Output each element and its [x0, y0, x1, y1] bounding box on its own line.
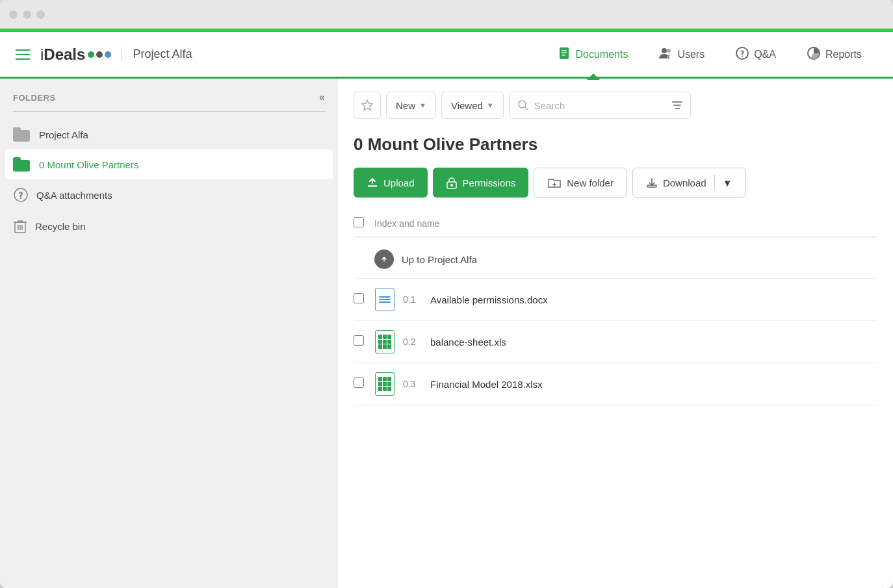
file-1-icon: [374, 330, 395, 353]
file-1-checkbox[interactable]: [354, 335, 364, 346]
file-2-icon: [374, 372, 395, 396]
up-to-label: Up to Project Alfa: [402, 254, 477, 265]
header-index-name: Index and name: [374, 218, 439, 229]
file-0-checkbox[interactable]: [354, 293, 364, 303]
sidebar-header: FOLDERS «: [0, 92, 338, 111]
folders-label: FOLDERS: [13, 93, 56, 103]
svg-point-10: [20, 198, 21, 199]
reports-icon: [807, 47, 820, 62]
svg-line-16: [525, 107, 528, 110]
download-icon: [646, 177, 658, 188]
recycle-bin-icon: [13, 218, 27, 234]
nav-item-reports[interactable]: Reports: [792, 31, 877, 78]
file-row-2[interactable]: 0.3 Financial Model 2018.xlsx: [354, 363, 877, 405]
file-2-checkbox[interactable]: [354, 377, 364, 388]
star-icon: [361, 99, 374, 112]
up-to-row[interactable]: Up to Project Alfa: [354, 240, 877, 279]
sidebar-item-label-recycle: Recycle bin: [35, 221, 86, 232]
svg-point-7: [742, 55, 743, 57]
folder-gray-icon: [13, 127, 31, 142]
nav-item-documents[interactable]: Documents: [543, 31, 643, 78]
sidebar-item-label-project-alfa: Project Alfa: [39, 129, 88, 140]
traffic-light-maximize[interactable]: [36, 10, 45, 19]
viewed-dropdown-arrow: ▼: [487, 101, 494, 109]
nav-label-users: Users: [677, 49, 705, 60]
new-folder-button[interactable]: New folder: [534, 168, 627, 198]
logo-dot-green: [88, 51, 94, 58]
upload-icon: [367, 177, 378, 188]
folder-green-icon: [13, 157, 31, 172]
file-2-name: Financial Model 2018.xlsx: [430, 379, 543, 390]
star-button[interactable]: [354, 92, 381, 119]
traffic-light-minimize[interactable]: [23, 10, 31, 19]
action-bar: Upload Permissions N: [354, 168, 877, 198]
new-button[interactable]: New ▼: [386, 92, 436, 119]
sidebar-item-label-qa: Q&A attachments: [36, 190, 112, 201]
svg-point-19: [450, 184, 453, 186]
svg-rect-22: [647, 185, 656, 187]
content-area: New ▼ Viewed ▼: [338, 79, 893, 588]
nav-item-qa[interactable]: Q&A: [720, 31, 792, 78]
viewed-button-label: Viewed: [451, 100, 483, 111]
select-all-checkbox[interactable]: [354, 217, 364, 227]
titlebar: [0, 0, 893, 29]
window: iDeals Project Alfa Documents: [0, 0, 893, 588]
new-folder-button-label: New folder: [567, 177, 614, 188]
nav-label-reports: Reports: [825, 49, 862, 60]
download-button[interactable]: Download ▼: [632, 168, 746, 198]
svg-rect-3: [562, 55, 565, 56]
collapse-button[interactable]: «: [319, 92, 325, 103]
nav-label-qa: Q&A: [754, 49, 776, 60]
upload-button[interactable]: Upload: [354, 168, 428, 198]
upload-button-label: Upload: [383, 177, 415, 188]
file-0-icon: [374, 288, 395, 311]
documents-icon: [558, 47, 570, 62]
project-name: Project Alfa: [122, 47, 192, 61]
hamburger-button[interactable]: [16, 49, 30, 60]
file-0-index: 0.1: [403, 294, 422, 305]
up-arrow-icon: [374, 249, 394, 269]
sidebar-divider: [13, 111, 325, 112]
traffic-light-close[interactable]: [9, 10, 18, 19]
logo-text: iDeals: [40, 45, 85, 64]
permissions-button-label: Permissions: [463, 177, 516, 188]
header-checkbox-col: [354, 217, 367, 230]
file-1-checkbox-col: [354, 335, 367, 348]
sidebar-item-recycle-bin[interactable]: Recycle bin: [0, 211, 338, 242]
sidebar-item-qa-attachments[interactable]: Q&A attachments: [0, 179, 338, 211]
sidebar-item-mount-olive[interactable]: 0 Mount Olive Partners: [5, 149, 333, 179]
svg-rect-2: [562, 52, 567, 53]
nav-item-users[interactable]: Users: [643, 31, 720, 78]
new-dropdown-arrow: ▼: [419, 101, 426, 109]
download-dropdown-arrow: ▼: [723, 177, 732, 188]
permissions-button[interactable]: Permissions: [433, 168, 529, 198]
sidebar-item-label-mount-olive: 0 Mount Olive Partners: [39, 159, 138, 170]
search-icon: [517, 99, 529, 111]
svg-point-4: [662, 48, 667, 53]
file-list-header: Index and name: [354, 211, 877, 238]
svg-point-15: [519, 101, 526, 108]
viewed-button[interactable]: Viewed ▼: [441, 92, 504, 119]
svg-rect-1: [562, 50, 567, 51]
sidebar-item-project-alfa[interactable]: Project Alfa: [0, 120, 338, 149]
search-input[interactable]: [534, 100, 667, 111]
svg-rect-17: [368, 185, 377, 187]
download-button-label: Download: [663, 177, 706, 188]
nav-bar: Documents Users: [543, 31, 877, 78]
users-icon: [659, 47, 672, 62]
new-button-label: New: [396, 100, 415, 111]
qa-attachments-icon: [13, 187, 29, 203]
qa-icon: [736, 47, 749, 62]
svg-point-5: [667, 49, 671, 53]
sidebar: FOLDERS « Project Alfa 0 Mount Olive Par…: [0, 79, 338, 588]
search-box[interactable]: [509, 92, 691, 119]
header: iDeals Project Alfa Documents: [0, 32, 893, 79]
toolbar: New ▼ Viewed ▼: [354, 92, 877, 119]
logo: iDeals: [40, 45, 111, 64]
file-row-0[interactable]: 0.1 Available permissions.docx: [354, 279, 877, 321]
file-1-index: 0.2: [403, 337, 422, 347]
file-row-1[interactable]: 0.2 balance-sheet.xls: [354, 321, 877, 363]
file-2-index: 0.3: [403, 379, 422, 389]
download-divider: [714, 175, 715, 190]
main-area: FOLDERS « Project Alfa 0 Mount Olive Par…: [0, 79, 893, 588]
